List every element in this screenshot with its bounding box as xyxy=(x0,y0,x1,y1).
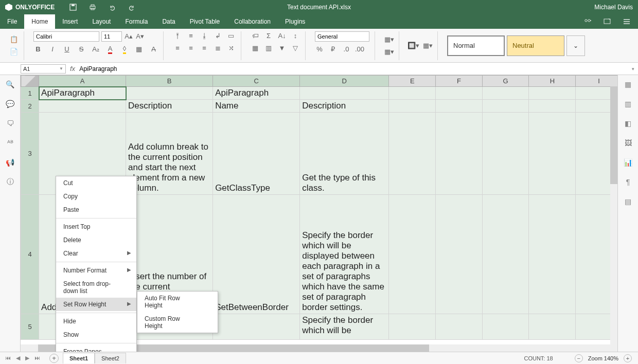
percent-icon[interactable]: % xyxy=(315,45,324,54)
named-range-icon[interactable]: 🏷 xyxy=(251,31,260,41)
copy-icon[interactable]: 📋 xyxy=(9,35,19,44)
zoom-out-button[interactable]: − xyxy=(575,354,583,362)
cell-A1[interactable]: ApiParagraph xyxy=(39,87,126,100)
chart-settings-icon[interactable]: 📊 xyxy=(624,158,632,167)
cell-F4[interactable] xyxy=(436,195,483,314)
context-hide[interactable]: Hide xyxy=(56,315,136,328)
context-set-row-height[interactable]: Set Row Height▶ xyxy=(56,298,136,311)
context-delete[interactable]: Delete xyxy=(56,233,136,247)
fill-icon[interactable]: ▥ xyxy=(264,44,273,53)
context-number-format[interactable]: Number Format▶ xyxy=(56,264,136,277)
strike-button[interactable]: S xyxy=(77,45,86,54)
col-header-A[interactable]: A xyxy=(39,76,126,87)
row-header-2[interactable]: 2 xyxy=(21,100,39,113)
col-header-E[interactable]: E xyxy=(389,76,436,87)
name-box[interactable]: A1▼ xyxy=(21,64,66,74)
cell-B2[interactable]: Description xyxy=(126,100,213,113)
cell-style-normal[interactable]: Normal xyxy=(447,35,505,56)
cell-E5[interactable] xyxy=(389,314,436,340)
search-icon[interactable]: 🔍 xyxy=(6,80,14,88)
pivot-settings-icon[interactable]: ▤ xyxy=(624,197,632,206)
insert-cells-icon[interactable]: ▦▾ xyxy=(384,35,394,44)
number-format-select[interactable] xyxy=(315,31,369,42)
sheet-tab-1[interactable]: Sheet1 xyxy=(63,353,95,363)
sheet-tab-2[interactable]: Sheet2 xyxy=(95,353,126,363)
context-auto-fit-row-height[interactable]: Auto Fit Row Height xyxy=(137,292,218,312)
menu-formula[interactable]: Formula xyxy=(118,14,155,29)
align-middle-icon[interactable]: ≡ xyxy=(186,31,196,41)
bold-button[interactable]: B xyxy=(33,45,43,54)
cell-D2[interactable]: Description xyxy=(300,100,389,113)
cell-G4[interactable] xyxy=(482,195,529,314)
cell-E1[interactable] xyxy=(389,87,436,100)
context-custom-row-height[interactable]: Custom Row Height xyxy=(137,312,218,333)
cell-C3[interactable]: GetClassType xyxy=(213,113,300,195)
cell-C5[interactable] xyxy=(213,314,300,340)
hamburger-icon[interactable] xyxy=(623,17,631,26)
cell-style-neutral[interactable]: Neutral xyxy=(507,35,564,56)
feedback-icon[interactable]: 📢 xyxy=(6,158,14,167)
cell-G2[interactable] xyxy=(482,100,529,113)
col-header-C[interactable]: C xyxy=(213,76,300,87)
filter-icon[interactable]: ▼ xyxy=(277,44,287,53)
print-icon[interactable] xyxy=(88,3,97,11)
sheet-nav-first-icon[interactable]: ⏮ xyxy=(5,355,11,361)
context-insert-top[interactable]: Insert Top xyxy=(56,220,136,233)
align-center-icon[interactable]: ≡ xyxy=(186,44,196,53)
menu-data[interactable]: Data xyxy=(155,14,182,29)
present-icon[interactable] xyxy=(603,17,611,26)
row-header-1[interactable]: 1 xyxy=(21,87,39,100)
row-header-5[interactable]: 5 xyxy=(21,314,39,340)
zoom-in-button[interactable]: + xyxy=(624,354,632,362)
cell-H4[interactable] xyxy=(529,195,576,314)
redo-icon[interactable] xyxy=(128,3,136,11)
func-icon[interactable]: ▦ xyxy=(251,44,260,53)
row-header-4[interactable]: 4 xyxy=(21,195,39,314)
cell-style-more[interactable]: ⌄ xyxy=(566,35,585,56)
cell-G1[interactable] xyxy=(482,87,529,100)
table-format-icon[interactable]: ▦▾ xyxy=(423,41,432,50)
justify-icon[interactable]: ≣ xyxy=(213,44,222,53)
cell-F5[interactable] xyxy=(436,314,483,340)
italic-button[interactable]: I xyxy=(48,45,57,54)
cell-C1[interactable]: ApiParagraph xyxy=(213,87,300,100)
menu-insert[interactable]: Insert xyxy=(55,14,85,29)
underline-button[interactable]: U xyxy=(62,45,72,54)
cell-F3[interactable] xyxy=(436,113,483,195)
select-all-corner[interactable] xyxy=(21,76,39,87)
borders-button[interactable]: ▦ xyxy=(134,45,144,54)
cell-G5[interactable] xyxy=(482,314,529,340)
context-freeze-panes[interactable]: Freeze Panes xyxy=(56,345,136,352)
orientation-icon[interactable]: ⤭ xyxy=(226,44,236,53)
col-header-I[interactable]: I xyxy=(576,76,617,87)
clear-format-button[interactable]: A̶ xyxy=(149,45,158,54)
cell-F1[interactable] xyxy=(436,87,483,100)
cell-E3[interactable] xyxy=(389,113,436,195)
cell-D5[interactable]: Specify the border which will be xyxy=(300,314,389,340)
save-icon[interactable] xyxy=(69,3,77,11)
merge-icon[interactable]: ▭ xyxy=(226,31,236,41)
chevron-down-icon[interactable]: ▼ xyxy=(59,66,63,71)
context-copy[interactable]: Copy xyxy=(56,190,136,203)
text-settings-icon[interactable]: ¶ xyxy=(624,178,632,186)
wrap-text-icon[interactable]: ↲ xyxy=(213,31,222,41)
cell-F2[interactable] xyxy=(436,100,483,113)
info-icon[interactable]: ⓘ xyxy=(6,178,14,186)
context-show[interactable]: Show xyxy=(56,328,136,341)
formula-expand-icon[interactable]: ▾ xyxy=(628,66,638,71)
dec-dec-icon[interactable]: .00 xyxy=(355,45,364,54)
share-icon[interactable] xyxy=(583,17,592,26)
font-size-select[interactable] xyxy=(101,31,122,42)
clear-filter-icon[interactable]: ▽ xyxy=(291,44,300,53)
sort-asc-icon[interactable]: A↓ xyxy=(277,31,287,41)
align-left-icon[interactable]: ≡ xyxy=(173,44,182,53)
font-name-select[interactable] xyxy=(33,31,99,42)
spreadsheet-grid[interactable]: A B C D E F G H I 1 ApiParagraph ApiPara… xyxy=(21,75,617,352)
sheet-nav-last-icon[interactable]: ⏭ xyxy=(34,355,40,361)
dec-inc-icon[interactable]: .0 xyxy=(342,45,351,54)
cell-E2[interactable] xyxy=(389,100,436,113)
menu-home[interactable]: Home xyxy=(24,14,55,29)
context-select-dropdown[interactable]: Select from drop-down list xyxy=(56,277,136,298)
align-top-icon[interactable]: ⭱ xyxy=(173,31,182,41)
cell-A2[interactable] xyxy=(39,100,126,113)
